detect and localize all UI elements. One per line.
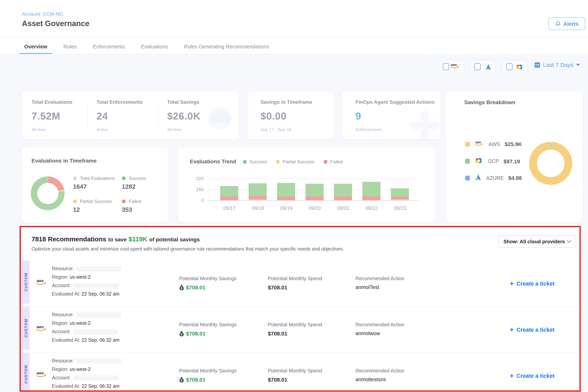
gcp-legend-value: $97.19 [504, 158, 520, 164]
date-range-label: Last 7 Days [543, 62, 574, 68]
x-axis-line [208, 200, 419, 201]
cloud-provider-filter-dropdown[interactable]: Show: All cloud providers [498, 235, 576, 248]
legend-value: 12 [73, 206, 112, 213]
azure-legend-value: $4.88 [508, 175, 522, 181]
breakdown-legend-azure: AZURE $4.88 [465, 174, 522, 182]
x-axis-label: 09/22 [358, 206, 386, 211]
provider-filter-gcp[interactable] [502, 60, 528, 74]
legend-label: Failed [129, 199, 141, 204]
legend-label: Success [129, 176, 146, 181]
summary-stats-card: Total Evaluations 7.52M All-time Total E… [22, 91, 239, 139]
alerts-button[interactable]: Alerts [548, 17, 585, 30]
region-line: Region: us-west-2 [52, 367, 91, 372]
resource-line: Resource: [52, 358, 122, 364]
evaluations-trend-bar-chart: 016032009/1709/1809/1909/2009/2109/2209/… [178, 147, 436, 222]
header-divider [0, 37, 588, 37]
savings-in-timeframe-card: Savings in Timeframe $0.00 Sep 17 - Sep … [248, 91, 334, 139]
create-ticket-button[interactable]: + Create a ticket [510, 280, 554, 287]
tab-rules[interactable]: Rules [61, 40, 79, 54]
total-evaluations-label: Total Evaluations [32, 99, 72, 105]
spend-column-label: Potential Monthly Spend [268, 368, 322, 374]
account-line: Account: [52, 329, 118, 334]
action-value: anmolTest [356, 284, 379, 290]
provider-filter-aws[interactable]: aws [438, 60, 464, 74]
stat-divider [158, 100, 159, 130]
total-evaluations-caption: All-time [32, 127, 46, 132]
aws-checkbox[interactable] [443, 63, 449, 70]
account-line: Account: [52, 283, 118, 288]
tab-evaluations[interactable]: Evaluations [139, 40, 170, 54]
x-axis-tickmark [229, 201, 230, 204]
x-axis-tickmark [400, 201, 400, 204]
plus-icon: + [510, 281, 514, 286]
action-value: anmoltestsns [356, 377, 386, 382]
savings-timeframe-caption: Sep 17 - Sep 24 [260, 127, 291, 132]
recommendations-card: 7818 Recommendations to save $119K of po… [22, 228, 582, 392]
legend-value: 353 [122, 206, 141, 213]
recommendations-count: 7818 Recommendations [32, 236, 106, 243]
x-axis-tickmark [343, 201, 343, 204]
money-bag-icon: $ [179, 331, 184, 336]
redacted-resource-value [76, 312, 122, 318]
total-evaluations-dot [73, 176, 77, 180]
money-bag-icon: $ [179, 377, 184, 382]
savings-breakdown-card: Savings Breakdown aws AWS $25.9K GCP $97… [446, 91, 582, 222]
savings-timeframe-value: $0.00 [260, 110, 286, 122]
region-line: Region: us-west-2 [52, 274, 91, 280]
trend-bar-09/20 [306, 184, 324, 200]
savings-column-label: Potential Monthly Savings [179, 368, 236, 374]
azure-checkbox[interactable] [474, 63, 481, 70]
breakdown-legend-gcp: GCP $97.19 [465, 157, 520, 165]
total-savings-value: $26.0K [167, 110, 200, 122]
savings-column-label: Potential Monthly Savings [179, 276, 236, 281]
account-breadcrumb[interactable]: Account: CCM-NG [22, 11, 63, 17]
legend-label: Total Evaluations [80, 176, 115, 181]
breakdown-legend-aws: aws AWS $25.9K [465, 140, 522, 148]
legend-label: Partial Success [80, 199, 112, 204]
spend-column-label: Potential Monthly Spend [268, 276, 322, 281]
partial-success-dot [73, 200, 77, 203]
create-ticket-button[interactable]: + Create a ticket [510, 327, 554, 333]
create-ticket-button[interactable]: + Create a ticket [510, 373, 554, 379]
finops-caption: Enforcements [356, 127, 382, 132]
savings-breakdown-title: Savings Breakdown [464, 99, 515, 105]
dropdown-label: Show: All cloud providers [504, 239, 565, 244]
total-enforcements-value: 24 [96, 110, 108, 122]
savings-breakdown-donut-chart [529, 142, 572, 185]
gcp-checkbox[interactable] [506, 63, 513, 70]
finops-suggested-actions-card: FinOps Agent Suggested Actions 9 Enforce… [342, 91, 441, 139]
aws-logo-icon: aws [475, 140, 484, 148]
redacted-resource-value [76, 358, 122, 364]
provider-filter-azure[interactable] [470, 60, 496, 74]
recommendation-row: CUSTOM aws Resource: Region: us-west-2 A… [22, 306, 582, 350]
x-axis-label: 09/17 [215, 206, 244, 211]
tab-bar: Overview Rules Enforcements Evaluations … [22, 40, 271, 54]
action-column-label: Recommended Action [356, 322, 404, 328]
resource-line: Resource: [52, 266, 122, 271]
evaluated-line: Evaluated At: 22 Sep, 06:32 am [52, 291, 120, 297]
asset-governance-page: Account: CCM-NG Asset Governance Alerts … [0, 0, 588, 392]
azure-legend-swatch [465, 176, 470, 180]
recommendations-header: 7818 Recommendations to save $119K of po… [32, 236, 200, 243]
total-savings-label: Total Savings [167, 99, 199, 105]
spend-column-label: Potential Monthly Spend [268, 322, 322, 328]
plus-icon: + [510, 373, 514, 378]
svg-text:aws: aws [451, 63, 457, 67]
evaluated-line: Evaluated At: 22 Sep, 06:32 am [52, 384, 120, 389]
redacted-account-value [73, 329, 118, 334]
evaluations-trend-card: Evaluations Trend Success Partial Succes… [178, 147, 436, 222]
tab-rules-generating-recommendations[interactable]: Rules Generating Recommendations [182, 40, 271, 54]
date-range-selector[interactable]: Last 7 Days [534, 62, 580, 68]
tab-enforcements[interactable]: Enforcements [90, 40, 127, 54]
action-column-label: Recommended Action [356, 276, 404, 281]
recommendations-amount: $119K [128, 236, 148, 243]
legend-value: 1647 [73, 183, 115, 190]
bell-icon [555, 21, 560, 26]
finops-value: 9 [356, 110, 361, 122]
svg-text:aws: aws [37, 279, 44, 283]
savings-value: $ $708.01 [179, 284, 206, 290]
recommendation-row: CUSTOM aws Resource: Region: us-west-2 A… [22, 260, 582, 304]
total-evaluations-value: 7.52M [32, 110, 60, 122]
trend-bar-09/19 [277, 183, 295, 200]
tab-overview[interactable]: Overview [22, 40, 50, 54]
